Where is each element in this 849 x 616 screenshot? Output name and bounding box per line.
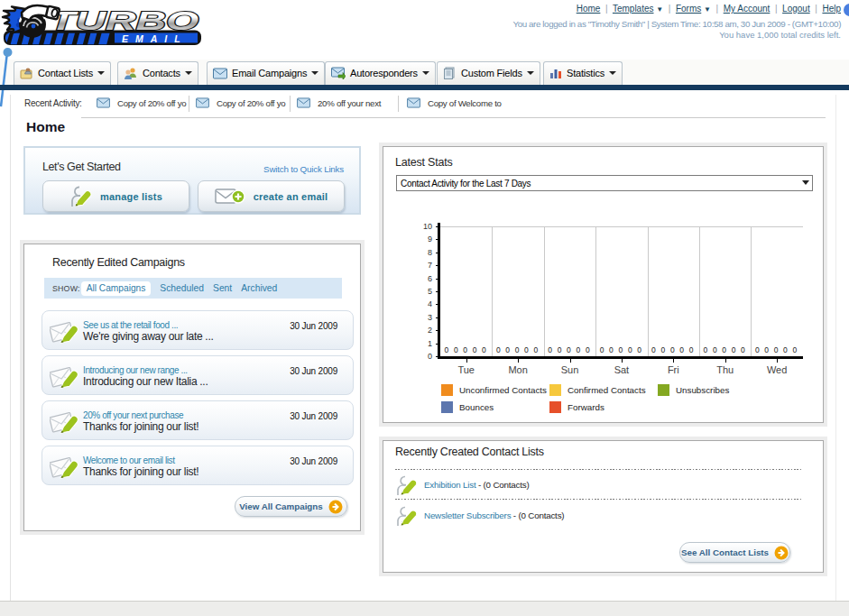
svg-text:EMAIL: EMAIL (122, 33, 188, 44)
